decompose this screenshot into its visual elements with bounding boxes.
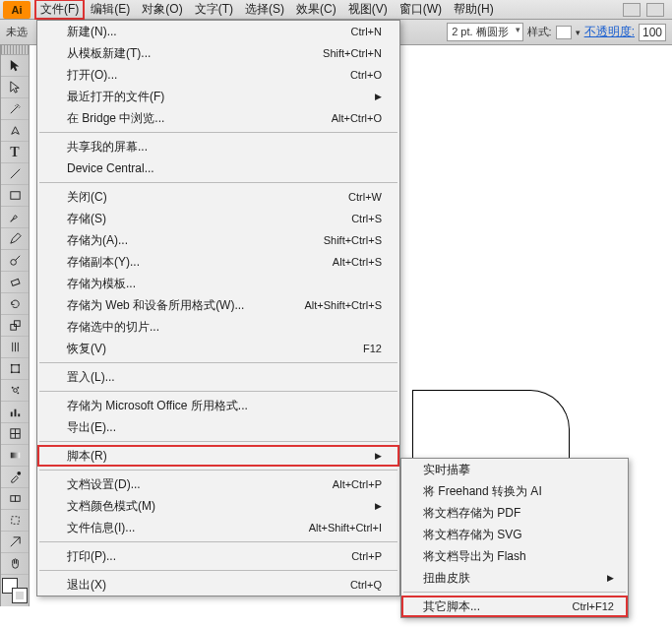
color-wells[interactable]: [2, 578, 28, 603]
toolbox-grip[interactable]: [1, 45, 29, 55]
eyedropper-tool[interactable]: [1, 467, 29, 488]
menu-item-label: 最近打开的文件(F): [67, 89, 369, 105]
menu-效果C[interactable]: 效果(C): [290, 0, 342, 20]
chevron-down-icon[interactable]: ▾: [576, 28, 580, 37]
menu-item[interactable]: 导出(E)...: [37, 416, 399, 438]
svg-point-12: [13, 389, 17, 393]
app-logo: Ai: [3, 1, 31, 19]
submenu-arrow-icon: ▶: [607, 573, 614, 583]
mesh-tool[interactable]: [1, 423, 29, 445]
direct-select-tool[interactable]: [1, 77, 29, 98]
menu-item[interactable]: 存储为(A)...Shift+Ctrl+S: [37, 229, 399, 251]
shortcut: Ctrl+S: [351, 213, 382, 224]
line-tool[interactable]: [1, 163, 29, 185]
shortcut: Shift+Ctrl+N: [323, 47, 382, 59]
blob-tool[interactable]: [1, 250, 29, 272]
submenu-item-label: 实时描摹: [423, 462, 614, 478]
menu-item[interactable]: 打印(P)...Ctrl+P: [37, 545, 399, 567]
submenu-item[interactable]: 将 Freehand 转换为 AI: [401, 480, 628, 502]
warp-tool[interactable]: [1, 337, 29, 358]
menu-文字T[interactable]: 文字(T): [189, 0, 239, 20]
menu-item[interactable]: 文档颜色模式(M)▶: [37, 495, 399, 517]
submenu-item[interactable]: 扭曲皮肤▶: [401, 567, 628, 589]
svg-line-3: [15, 256, 20, 261]
svg-rect-22: [10, 453, 19, 459]
scale-tool[interactable]: [1, 315, 29, 337]
gradient-tool[interactable]: [1, 445, 29, 467]
menu-item[interactable]: 存储为 Web 和设备所用格式(W)...Alt+Shift+Ctrl+S: [37, 294, 399, 316]
submenu-item[interactable]: 将文档存储为 PDF: [401, 502, 628, 524]
menu-对象O[interactable]: 对象(O): [136, 0, 188, 20]
menu-item[interactable]: 最近打开的文件(F)▶: [37, 86, 399, 107]
rotate-tool[interactable]: [1, 293, 29, 315]
submenu-arrow-icon: ▶: [375, 92, 382, 101]
pencil-tool[interactable]: [1, 228, 29, 250]
submenu-item[interactable]: 实时描摹: [401, 459, 628, 480]
magic-wand-tool[interactable]: [1, 98, 29, 120]
opacity-label[interactable]: 不透明度:: [584, 24, 635, 40]
submenu-item-label: 将文档导出为 Flash: [423, 548, 614, 565]
selection-label: 未选: [6, 25, 28, 39]
submenu-item[interactable]: 将文档存储为 SVG: [401, 524, 628, 545]
menu-item[interactable]: 从模板新建(T)...Shift+Ctrl+N: [37, 42, 399, 64]
submenu-item[interactable]: 其它脚本...Ctrl+F12: [401, 596, 628, 617]
menu-item[interactable]: 关闭(C)Ctrl+W: [37, 186, 399, 208]
menu-item[interactable]: 文档设置(D)...Alt+Ctrl+P: [37, 473, 399, 495]
separator: [39, 391, 397, 392]
menu-item[interactable]: 存储选中的切片...: [37, 316, 399, 338]
pen-tool[interactable]: [1, 120, 29, 142]
menu-item-label: 打印(P)...: [67, 548, 351, 565]
slice-tool[interactable]: [1, 532, 29, 553]
artboard-tool[interactable]: [1, 510, 29, 532]
menu-item[interactable]: 打开(O)...Ctrl+O: [37, 64, 399, 86]
svg-point-8: [10, 364, 12, 366]
menu-item[interactable]: 存储副本(Y)...Alt+Ctrl+S: [37, 251, 399, 273]
menu-item-label: 从模板新建(T)...: [67, 45, 323, 62]
menu-item[interactable]: 置入(L)...: [37, 366, 399, 388]
hand-tool[interactable]: [1, 553, 29, 575]
menu-item-label: 新建(N)...: [67, 24, 351, 40]
free-transform-tool[interactable]: [1, 358, 29, 380]
shortcut: Ctrl+F12: [573, 600, 615, 612]
style-swatch[interactable]: [556, 26, 572, 39]
menu-视图V[interactable]: 视图(V): [342, 0, 394, 20]
menu-item[interactable]: 在 Bridge 中浏览...Alt+Ctrl+O: [37, 107, 399, 129]
svg-line-0: [10, 169, 19, 178]
menu-item-label: 置入(L)...: [67, 369, 382, 386]
stroke-select[interactable]: 2 pt. 椭圆形: [447, 23, 522, 41]
menu-窗口W[interactable]: 窗口(W): [394, 0, 448, 20]
menu-item[interactable]: 存储为模板...: [37, 273, 399, 294]
layout-icon[interactable]: [646, 3, 664, 17]
menu-item[interactable]: 存储为 Microsoft Office 所用格式...: [37, 395, 399, 416]
svg-rect-4: [11, 279, 20, 285]
shortcut: Alt+Ctrl+P: [333, 478, 382, 490]
menu-item[interactable]: 存储(S)Ctrl+S: [37, 208, 399, 229]
symbol-tool[interactable]: [1, 380, 29, 402]
opacity-input[interactable]: 100: [639, 24, 666, 41]
shortcut: Shift+Ctrl+S: [324, 234, 382, 246]
menu-item[interactable]: 恢复(V)F12: [37, 338, 399, 359]
menubar-icons: [623, 3, 672, 17]
eraser-tool[interactable]: [1, 272, 29, 293]
menu-item[interactable]: 共享我的屏幕...: [37, 136, 399, 157]
menu-文件F[interactable]: 文件(F): [34, 0, 85, 20]
menu-item[interactable]: Device Central...: [37, 157, 399, 179]
menu-item[interactable]: 脚本(R)▶: [37, 445, 399, 467]
graph-tool[interactable]: [1, 402, 29, 423]
menu-帮助H[interactable]: 帮助(H): [448, 0, 500, 20]
br-icon[interactable]: [623, 3, 641, 17]
menu-item[interactable]: 退出(X)Ctrl+Q: [37, 574, 399, 596]
rounded-rect-shape: [412, 390, 570, 469]
menu-item[interactable]: 新建(N)...Ctrl+N: [37, 21, 399, 42]
menu-item[interactable]: 文件信息(I)...Alt+Shift+Ctrl+I: [37, 517, 399, 538]
submenu-item-label: 其它脚本...: [423, 598, 573, 615]
type-tool[interactable]: T: [1, 142, 29, 163]
rect-tool[interactable]: [1, 185, 29, 207]
menu-选择S[interactable]: 选择(S): [239, 0, 290, 20]
svg-rect-25: [15, 496, 20, 502]
menu-编辑E[interactable]: 编辑(E): [85, 0, 136, 20]
submenu-item[interactable]: 将文档导出为 Flash: [401, 545, 628, 567]
brush-tool[interactable]: [1, 207, 29, 228]
blend-tool[interactable]: [1, 488, 29, 510]
selection-tool[interactable]: [1, 55, 29, 77]
